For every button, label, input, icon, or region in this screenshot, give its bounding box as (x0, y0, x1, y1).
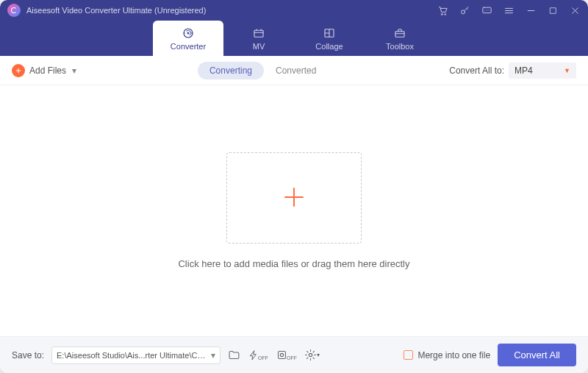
svg-rect-4 (550, 7, 556, 13)
main-tabs: Converter MV Collage Toolbox (0, 21, 588, 56)
format-select[interactable]: MP4 ▼ (509, 63, 576, 79)
dropzone-hint: Click here to add media files or drag th… (178, 258, 409, 269)
titlebar-top: Aiseesoft Video Converter Ultimate (Unre… (0, 0, 588, 21)
toolbox-icon (393, 26, 406, 40)
tab-converting[interactable]: Converting (198, 62, 264, 79)
main-area: Click here to add media files or drag th… (0, 85, 588, 336)
tab-converter[interactable]: Converter (153, 21, 223, 56)
window-controls (437, 4, 581, 16)
footer-icons: OFF OFF ▾ (228, 349, 320, 361)
chevron-down-icon: ▾ (72, 65, 76, 76)
maximize-icon[interactable] (547, 4, 559, 16)
svg-rect-7 (254, 30, 263, 37)
tab-mv[interactable]: MV (223, 21, 294, 56)
toolbar: Add Files ▾ Converting Converted Convert… (0, 56, 588, 85)
add-files-label: Add Files (29, 65, 66, 76)
merge-label: Merge into one file (417, 350, 490, 360)
tab-label: Collage (315, 42, 343, 51)
close-icon[interactable] (569, 4, 581, 16)
convert-all-label: Convert All to: (449, 65, 504, 76)
svg-rect-10 (279, 352, 286, 359)
chevron-down-icon: ▼ (564, 67, 570, 74)
merge-option: Merge into one file (404, 350, 490, 360)
feedback-icon[interactable] (481, 4, 492, 16)
tab-label: Converter (171, 42, 206, 51)
tab-toolbox[interactable]: Toolbox (365, 21, 435, 56)
mv-icon (252, 26, 265, 40)
convert-all-to: Convert All to: MP4 ▼ (449, 63, 576, 79)
save-to-label: Save to: (12, 350, 44, 360)
svg-point-0 (441, 13, 442, 15)
save-path-select[interactable]: E:\Aiseesoft Studio\Ais...rter Ultimate\… (51, 347, 220, 364)
app-logo-icon (7, 4, 21, 17)
svg-point-6 (187, 32, 190, 34)
lightning-icon[interactable]: OFF (248, 349, 268, 361)
svg-rect-9 (395, 31, 404, 37)
gpu-icon[interactable]: OFF (276, 349, 297, 361)
plus-icon (12, 64, 25, 77)
convert-all-button[interactable]: Convert All (498, 344, 576, 366)
tab-converted[interactable]: Converted (264, 62, 328, 79)
svg-point-1 (444, 13, 445, 15)
collage-icon (323, 26, 336, 40)
status-tabs: Converting Converted (198, 62, 328, 79)
merge-checkbox[interactable] (404, 350, 413, 360)
save-path-value: E:\Aiseesoft Studio\Ais...rter Ultimate\… (57, 351, 209, 360)
app-window: Aiseesoft Video Converter Ultimate (Unre… (0, 0, 588, 373)
footer: Save to: E:\Aiseesoft Studio\Ais...rter … (0, 336, 588, 373)
titlebar: Aiseesoft Video Converter Ultimate (Unre… (0, 0, 588, 56)
converter-icon (182, 26, 195, 40)
chevron-down-icon: ▾ (211, 350, 215, 360)
svg-point-12 (309, 353, 312, 356)
settings-icon[interactable]: ▾ (304, 349, 320, 361)
folder-icon[interactable] (228, 349, 240, 361)
tab-label: Toolbox (386, 42, 414, 51)
tab-label: MV (253, 42, 265, 51)
cart-icon[interactable] (437, 4, 448, 16)
app-title: Aiseesoft Video Converter Ultimate (Unre… (26, 6, 437, 15)
dropzone[interactable] (226, 152, 362, 244)
plus-icon (281, 184, 307, 213)
format-value: MP4 (514, 65, 533, 76)
menu-icon[interactable] (503, 4, 514, 16)
add-files-button[interactable]: Add Files ▾ (12, 64, 76, 77)
tab-collage[interactable]: Collage (294, 21, 365, 56)
key-icon[interactable] (459, 4, 470, 16)
svg-point-11 (280, 353, 283, 356)
minimize-icon[interactable] (525, 4, 537, 16)
